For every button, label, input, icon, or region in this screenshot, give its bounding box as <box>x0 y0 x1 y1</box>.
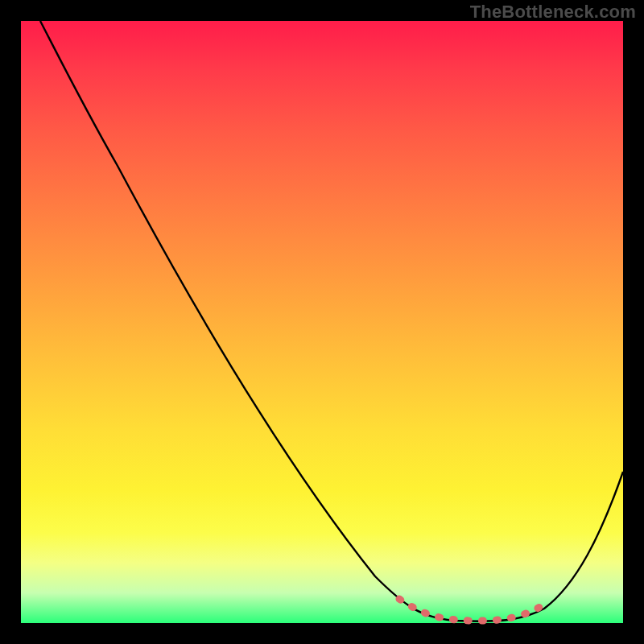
chart-frame: TheBottleneck.com <box>0 0 644 644</box>
watermark-text: TheBottleneck.com <box>470 2 636 23</box>
curve-path <box>40 21 623 621</box>
plot-area <box>21 21 623 623</box>
bottleneck-curve <box>21 21 623 623</box>
